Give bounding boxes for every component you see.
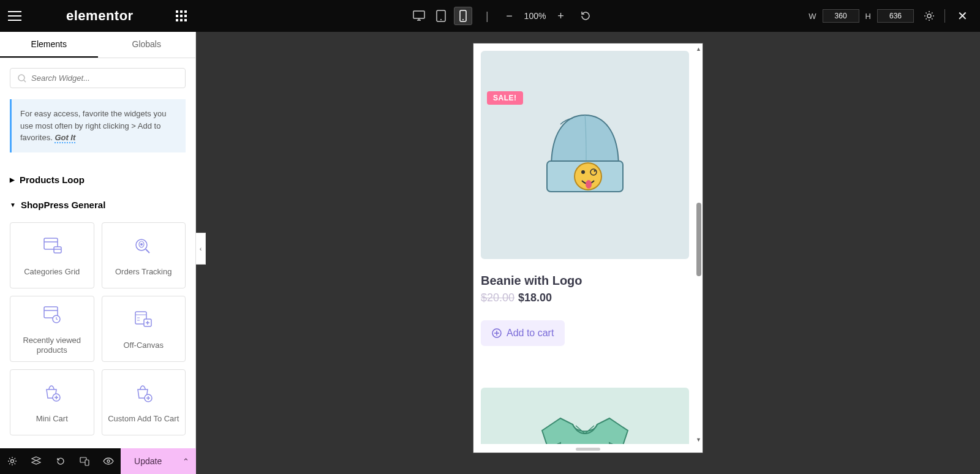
settings-icon[interactable] (924, 10, 935, 21)
separator: | (486, 10, 489, 23)
footer-bar: Update ⌃ (0, 448, 196, 474)
sale-badge: SALE! (487, 91, 523, 105)
section-products-loop[interactable]: ▶ Products Loop (10, 167, 186, 192)
footer-preview-icon[interactable] (97, 448, 121, 474)
categories-grid-icon (42, 234, 62, 258)
height-input[interactable] (877, 9, 914, 23)
widget-categories-grid[interactable]: Categories Grid (10, 222, 94, 288)
chevron-right-icon: ▶ (10, 176, 15, 183)
tab-globals[interactable]: Globals (98, 32, 196, 58)
scroll-up-arrow[interactable]: ▲ (696, 46, 701, 52)
svg-rect-28 (85, 460, 89, 465)
device-resize-handle-bottom[interactable] (576, 448, 600, 451)
mini-cart-icon (42, 381, 62, 405)
tab-elements[interactable]: Elements (0, 32, 98, 58)
svg-point-11 (440, 19, 442, 20)
recently-viewed-icon (42, 303, 62, 327)
footer-navigator-icon[interactable] (24, 448, 48, 474)
svg-rect-9 (413, 11, 424, 18)
footer-history-icon[interactable] (48, 448, 72, 474)
topbar-right: W H ✕ (809, 9, 980, 23)
search-widget-input[interactable] (31, 73, 178, 83)
zoom-controls: − 100% + (502, 10, 595, 23)
search-widget-box[interactable] (10, 68, 186, 88)
sidebar-collapse-handle[interactable]: ‹ (196, 233, 206, 265)
device-viewport[interactable]: SALE! Beanie with Lo (473, 43, 695, 444)
widget-orders-tracking[interactable]: Orders Tracking (102, 222, 186, 288)
svg-point-19 (140, 243, 143, 246)
widget-off-canvas[interactable]: Off-Canvas (102, 296, 186, 362)
device-scrollbar[interactable] (696, 203, 701, 276)
sidebar-tabs: Elements Globals (0, 32, 195, 58)
mobile-device-icon[interactable] (454, 7, 472, 25)
svg-point-15 (18, 75, 24, 81)
sidebar-body: For easy access, favorite the widgets yo… (0, 58, 195, 448)
widget-grid: Categories Grid Orders Tracking Recently… (10, 222, 186, 435)
device-frame: ▲ SALE! (473, 43, 703, 453)
chevron-down-icon: ▼ (10, 201, 16, 208)
desktop-device-icon[interactable] (410, 7, 428, 25)
svg-rect-8 (184, 19, 187, 21)
product-card: SALE! Beanie with Lo (473, 43, 695, 353)
info-gotit-link[interactable]: Got It (55, 133, 75, 143)
orders-tracking-icon (134, 234, 153, 258)
widget-label: Categories Grid (20, 267, 83, 277)
canvas: ▲ SALE! (196, 32, 980, 474)
update-button[interactable]: Update (121, 448, 175, 474)
device-switcher (410, 7, 472, 25)
reset-zoom-button[interactable] (580, 10, 595, 21)
zoom-out-button[interactable]: − (502, 10, 517, 23)
width-label: W (809, 12, 816, 21)
shirt-illustration (518, 400, 652, 444)
svg-point-35 (586, 180, 592, 189)
product-title[interactable]: Beanie with Logo (481, 274, 688, 288)
topbar: elementor | − 100% + (0, 0, 980, 32)
add-to-cart-button[interactable]: Add to cart (481, 320, 565, 346)
product-image-2[interactable] (481, 388, 689, 444)
topbar-center: | − 100% + (196, 7, 809, 25)
product-price: $20.00$18.00 (481, 292, 688, 304)
svg-rect-6 (176, 19, 178, 21)
footer-responsive-icon[interactable] (72, 448, 96, 474)
section-shoppress-general[interactable]: ▼ ShopPress General (10, 192, 186, 217)
zoom-in-button[interactable]: + (553, 10, 568, 23)
update-label: Update (134, 456, 162, 466)
svg-point-32 (581, 170, 585, 174)
update-options-button[interactable]: ⌃ (175, 448, 196, 474)
divider (944, 9, 945, 23)
tablet-device-icon[interactable] (432, 7, 450, 25)
close-button[interactable]: ✕ (955, 9, 970, 23)
widget-mini-cart[interactable]: Mini Cart (10, 369, 94, 435)
footer-settings-icon[interactable] (0, 448, 24, 474)
apps-grid-icon[interactable] (167, 0, 196, 32)
section-label: ShopPress General (21, 200, 105, 210)
menu-button[interactable] (0, 0, 29, 32)
sidebar: Elements Globals For easy access, favori… (0, 32, 196, 448)
svg-rect-2 (184, 10, 187, 13)
price-old: $20.00 (481, 292, 514, 304)
widget-label: Mini Cart (32, 414, 72, 424)
plus-circle-icon (492, 328, 502, 338)
svg-point-34 (594, 170, 596, 172)
scroll-down-arrow[interactable]: ▼ (696, 437, 701, 443)
product-card-2 (473, 380, 695, 444)
widget-label: Orders Tracking (111, 267, 175, 277)
svg-rect-17 (54, 247, 61, 253)
svg-point-13 (462, 19, 464, 20)
width-input[interactable] (823, 9, 859, 23)
widget-recently-viewed[interactable]: Recently viewed products (10, 296, 94, 362)
product-image[interactable]: SALE! (481, 51, 689, 259)
svg-rect-4 (180, 15, 183, 17)
info-text: For easy access, favorite the widgets yo… (20, 109, 166, 142)
widget-custom-add-to-cart[interactable]: Custom Add To Cart (102, 369, 186, 435)
widget-label: Off-Canvas (119, 340, 167, 350)
chevron-left-icon: ‹ (200, 245, 202, 252)
off-canvas-icon (133, 307, 154, 332)
svg-point-14 (927, 14, 931, 18)
custom-add-to-cart-icon (134, 381, 153, 405)
beanie-illustration (530, 100, 640, 210)
price-new: $18.00 (518, 292, 552, 304)
svg-rect-5 (184, 15, 187, 17)
svg-rect-1 (180, 10, 183, 13)
svg-rect-7 (180, 19, 183, 21)
